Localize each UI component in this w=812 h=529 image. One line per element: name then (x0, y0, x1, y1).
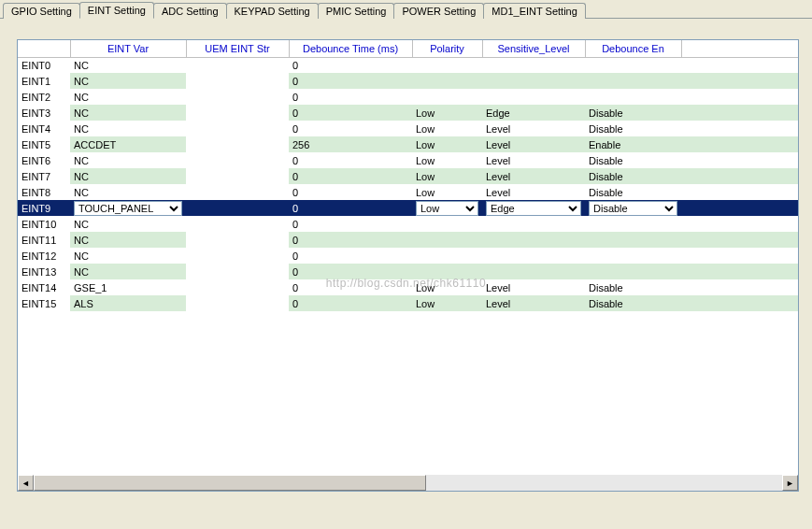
cell-polarity[interactable]: Low (412, 136, 482, 152)
cell-eint-var[interactable]: NC (70, 57, 186, 73)
cell-debounce-time[interactable]: 0 (289, 232, 412, 248)
cell-eint-var[interactable]: NC (70, 184, 186, 200)
table-row[interactable]: EINT6NC0LowLevelDisable (18, 152, 798, 168)
cell-eint-id[interactable]: EINT13 (18, 264, 70, 279)
scroll-left-button[interactable]: ◄ (18, 475, 34, 491)
cell-sensitive-level[interactable] (482, 89, 585, 105)
cell-debounce-time[interactable]: 0 (289, 216, 412, 232)
cell-sensitive-level[interactable] (482, 73, 585, 89)
col-header-deb[interactable]: Debounce Time (ms) (289, 40, 412, 57)
col-header-var[interactable]: EINT Var (70, 40, 186, 57)
cell-sensitive-level[interactable] (482, 264, 585, 279)
cell-eint-id[interactable]: EINT5 (18, 136, 70, 152)
cell-extra[interactable] (681, 89, 798, 105)
cell-uem-str[interactable] (186, 184, 289, 200)
cell-debounce-time[interactable]: 0 (289, 248, 412, 264)
table-row[interactable]: EINT10NC0 (18, 216, 798, 232)
cell-debounce-time[interactable]: 0 (289, 184, 412, 200)
cell-uem-str[interactable] (186, 89, 289, 105)
cell-eint-var[interactable]: NC (70, 232, 186, 248)
cell-debounce-time[interactable]: 0 (289, 168, 412, 184)
cell-debounce-time[interactable]: 0 (289, 295, 412, 311)
table-row[interactable]: EINT9TOUCH_PANEL0LowEdgeDisable (18, 200, 798, 216)
cell-eint-var[interactable]: NC (70, 152, 186, 168)
cell-eint-id[interactable]: EINT12 (18, 248, 70, 264)
cell-uem-str[interactable] (186, 152, 289, 168)
cell-uem-str[interactable] (186, 168, 289, 184)
cell-extra[interactable] (681, 152, 798, 168)
cell-debounce-en[interactable] (585, 232, 681, 248)
cell-debounce-en[interactable] (585, 264, 681, 279)
cell-extra[interactable] (681, 168, 798, 184)
table-row[interactable]: EINT0NC0 (18, 57, 798, 73)
cell-eint-var[interactable]: NC (70, 264, 186, 279)
table-row[interactable]: EINT13NC0 (18, 264, 798, 279)
cell-extra[interactable] (681, 200, 798, 216)
cell-polarity[interactable]: Low (412, 168, 482, 184)
cell-polarity[interactable]: Low (412, 105, 482, 121)
cell-eint-id[interactable]: EINT11 (18, 232, 70, 248)
cell-uem-str[interactable] (186, 295, 289, 311)
cell-uem-str[interactable] (186, 57, 289, 73)
table-row[interactable]: EINT12NC0 (18, 248, 798, 264)
cell-debounce-time[interactable]: 0 (289, 264, 412, 279)
cell-debounce-en[interactable] (585, 248, 681, 264)
scroll-right-button[interactable]: ► (782, 475, 798, 491)
cell-extra[interactable] (681, 73, 798, 89)
cell-uem-str[interactable] (186, 279, 289, 295)
cell-polarity[interactable]: Low (412, 121, 482, 136)
col-header-id[interactable] (18, 40, 70, 57)
cell-eint-var[interactable]: TOUCH_PANEL (70, 200, 186, 216)
cell-eint-id[interactable]: EINT7 (18, 168, 70, 184)
cell-extra[interactable] (681, 248, 798, 264)
cell-extra[interactable] (681, 57, 798, 73)
table-row[interactable]: EINT11NC0 (18, 232, 798, 248)
cell-sensitive-level[interactable]: Edge (482, 105, 585, 121)
cell-debounce-en[interactable]: Disable (585, 105, 681, 121)
table-row[interactable]: EINT1NC0 (18, 73, 798, 89)
cell-extra[interactable] (681, 136, 798, 152)
scrollbar-track[interactable] (34, 475, 782, 491)
cell-eint-id[interactable]: EINT8 (18, 184, 70, 200)
cell-uem-str[interactable] (186, 136, 289, 152)
cell-extra[interactable] (681, 121, 798, 136)
cell-polarity[interactable] (412, 73, 482, 89)
cell-eint-var[interactable]: GSE_1 (70, 279, 186, 295)
cell-debounce-en[interactable] (585, 73, 681, 89)
cell-eint-id[interactable]: EINT15 (18, 295, 70, 311)
cell-debounce-en[interactable]: Disable (585, 279, 681, 295)
cell-debounce-time[interactable]: 256 (289, 136, 412, 152)
cell-polarity[interactable] (412, 216, 482, 232)
cell-polarity[interactable] (412, 232, 482, 248)
table-row[interactable]: EINT14GSE_10LowLevelDisable (18, 279, 798, 295)
cell-debounce-time[interactable]: 0 (289, 73, 412, 89)
table-row[interactable]: EINT5ACCDET256LowLevelEnable (18, 136, 798, 152)
cell-eint-var[interactable]: NC (70, 121, 186, 136)
cell-debounce-en[interactable]: Disable (585, 121, 681, 136)
tab-md1-eint-setting[interactable]: MD1_EINT Setting (483, 3, 586, 19)
cell-uem-str[interactable] (186, 200, 289, 216)
cell-eint-id[interactable]: EINT0 (18, 57, 70, 73)
cell-debounce-time[interactable]: 0 (289, 57, 412, 73)
cell-polarity-dropdown[interactable]: Low (416, 201, 478, 216)
cell-polarity[interactable]: Low (412, 152, 482, 168)
cell-extra[interactable] (681, 105, 798, 121)
cell-debounce-en[interactable] (585, 89, 681, 105)
table-row[interactable]: EINT7NC0LowLevelDisable (18, 168, 798, 184)
cell-polarity[interactable]: Low (412, 279, 482, 295)
cell-debounce-time[interactable]: 0 (289, 121, 412, 136)
cell-sensitive-level[interactable] (482, 57, 585, 73)
cell-sensitive-level[interactable]: Level (482, 152, 585, 168)
cell-eint-var[interactable]: NC (70, 248, 186, 264)
cell-debounce-en[interactable]: Disable (585, 152, 681, 168)
cell-eint-id[interactable]: EINT10 (18, 216, 70, 232)
cell-debounce-time[interactable]: 0 (289, 152, 412, 168)
cell-sensitive-level-dropdown[interactable]: Edge (486, 201, 581, 216)
cell-polarity[interactable] (412, 264, 482, 279)
cell-uem-str[interactable] (186, 216, 289, 232)
cell-uem-str[interactable] (186, 121, 289, 136)
scrollbar-thumb[interactable] (34, 475, 426, 491)
cell-sensitive-level[interactable]: Level (482, 121, 585, 136)
cell-debounce-en[interactable]: Enable (585, 136, 681, 152)
cell-eint-id[interactable]: EINT3 (18, 105, 70, 121)
